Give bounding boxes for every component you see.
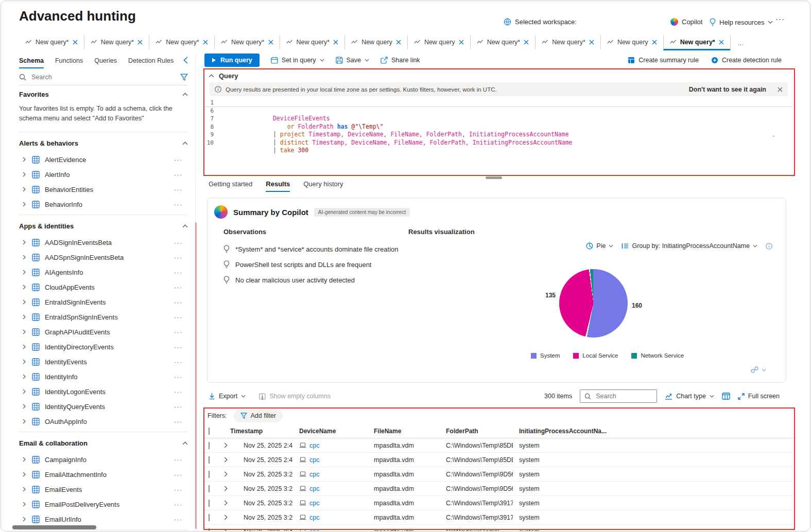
- chevron-right-icon[interactable]: [23, 270, 26, 275]
- schema-table-item[interactable]: AADSpnSignInEventsBeta ···: [19, 250, 188, 265]
- row-checkbox[interactable]: [209, 442, 210, 449]
- schema-table-item[interactable]: BehaviorInfo ···: [19, 197, 188, 212]
- cell-device-link[interactable]: cpc: [299, 514, 368, 521]
- more-actions-button[interactable]: ···: [174, 456, 188, 464]
- share-link-button[interactable]: Share link: [381, 57, 420, 64]
- query-tab[interactable]: New query*: [663, 35, 730, 50]
- table-row[interactable]: Nov 25, 2025 2:47:... cpc mpasdlta.vdm C…: [204, 438, 794, 453]
- table-row[interactable]: Nov 25, 2025 3:29:... cpc mpasdlta.vdm C…: [204, 496, 794, 510]
- more-actions-button[interactable]: ···: [174, 254, 188, 261]
- expand-row-icon[interactable]: [224, 515, 228, 520]
- cell-device-link[interactable]: cpc: [299, 485, 368, 492]
- sidebar-horizontal-scrollbar[interactable]: [12, 525, 96, 529]
- more-actions-button[interactable]: ···: [174, 298, 188, 306]
- column-settings-icon[interactable]: [722, 393, 730, 400]
- set-in-query-button[interactable]: Set in query: [271, 57, 324, 64]
- chevron-right-icon[interactable]: [23, 374, 26, 379]
- close-tab-icon[interactable]: [459, 40, 464, 45]
- row-checkbox[interactable]: [209, 485, 210, 492]
- schema-table-item[interactable]: CloudAppEvents ···: [19, 280, 188, 295]
- more-actions-button[interactable]: ···: [174, 358, 188, 366]
- show-empty-columns-button[interactable]: Show empty columns: [259, 393, 331, 400]
- more-actions-button[interactable]: ···: [174, 313, 188, 321]
- select-all-checkbox[interactable]: [209, 428, 210, 435]
- more-actions-button[interactable]: ···: [174, 201, 188, 208]
- more-actions-button[interactable]: ···: [174, 516, 188, 523]
- cell-device-link[interactable]: cpc: [299, 471, 368, 478]
- chevron-right-icon[interactable]: [23, 404, 26, 409]
- close-tab-icon[interactable]: [589, 40, 594, 45]
- chevron-right-icon[interactable]: [23, 202, 26, 207]
- more-actions-button[interactable]: ···: [174, 388, 188, 396]
- add-filter-button[interactable]: Add filter: [234, 410, 283, 422]
- save-button[interactable]: Save: [336, 57, 370, 64]
- schema-table-item[interactable]: BehaviorEntities ···: [19, 182, 188, 197]
- schema-table-item[interactable]: EmailEvents ···: [19, 482, 188, 497]
- schema-section-header[interactable]: Alerts & behaviors: [19, 135, 188, 152]
- copilot-button[interactable]: Copilot: [670, 18, 702, 26]
- schema-search[interactable]: [19, 69, 188, 85]
- close-tab-icon[interactable]: [524, 40, 529, 45]
- query-tab[interactable]: New query*: [84, 35, 149, 50]
- selected-workspace-button[interactable]: Selected workspace:: [504, 18, 577, 26]
- more-actions-button[interactable]: ···: [174, 486, 188, 493]
- more-actions-button[interactable]: ···: [174, 501, 188, 508]
- sidebar-tab[interactable]: Queries: [94, 54, 117, 68]
- column-header[interactable]: DeviceName: [293, 428, 368, 435]
- chevron-right-icon[interactable]: [23, 187, 26, 192]
- schema-table-item[interactable]: IdentityEvents ···: [19, 354, 188, 369]
- schema-table-item[interactable]: IdentityLogonEvents ···: [19, 384, 188, 399]
- sidebar-tab[interactable]: Detection Rules: [128, 54, 174, 68]
- expand-row-icon[interactable]: [224, 457, 228, 463]
- close-banner-icon[interactable]: [778, 87, 783, 92]
- query-tab[interactable]: New query: [344, 35, 407, 50]
- table-row[interactable]: Nov 25, 2025 2:47:... cpc mpavdlta.vdm C…: [204, 453, 794, 467]
- chevron-right-icon[interactable]: [23, 359, 26, 364]
- chevron-right-icon[interactable]: [23, 255, 26, 260]
- filter-icon[interactable]: [180, 74, 188, 81]
- more-actions-button[interactable]: ···: [174, 186, 188, 193]
- row-checkbox[interactable]: [209, 456, 210, 464]
- chevron-right-icon[interactable]: [23, 472, 26, 477]
- chevron-right-icon[interactable]: [23, 299, 26, 305]
- query-panel-header[interactable]: Query: [204, 69, 793, 82]
- chevron-right-icon[interactable]: [23, 517, 26, 522]
- results-search[interactable]: [580, 389, 657, 403]
- more-actions-button[interactable]: ···: [174, 418, 188, 425]
- chevron-right-icon[interactable]: [23, 240, 26, 245]
- chevron-right-icon[interactable]: [23, 172, 26, 177]
- more-actions-button[interactable]: ···: [174, 328, 188, 336]
- cell-device-link[interactable]: cpc: [299, 500, 368, 507]
- dismiss-banner-button[interactable]: Don't want to see it again: [689, 86, 766, 93]
- sidebar-tab[interactable]: Functions: [55, 54, 83, 68]
- column-header[interactable]: FolderPath: [440, 428, 513, 435]
- query-tab[interactable]: New query*: [19, 35, 84, 50]
- table-row[interactable]: Nov 25, 2025 3:21:... cpc mpasdlta.vdm C…: [204, 467, 794, 482]
- row-checkbox[interactable]: [209, 500, 210, 507]
- chart-type-select[interactable]: Pie: [586, 242, 613, 250]
- cell-device-link[interactable]: cpc: [299, 442, 368, 449]
- run-query-button[interactable]: Run query: [204, 54, 260, 67]
- chevron-right-icon[interactable]: [23, 157, 26, 162]
- tab-overflow-button[interactable]: ...: [730, 35, 751, 50]
- chevron-right-icon[interactable]: [23, 314, 26, 320]
- favorites-section-header[interactable]: Favorites: [19, 85, 188, 103]
- chevron-right-icon[interactable]: [23, 285, 26, 290]
- results-search-input[interactable]: [595, 392, 652, 400]
- schema-table-item[interactable]: AlertEvidence ···: [19, 152, 188, 167]
- schema-table-item[interactable]: EntraIdSignInEvents ···: [19, 295, 188, 310]
- schema-table-item[interactable]: EmailUrlInfo ···: [19, 512, 188, 527]
- expand-row-icon[interactable]: [224, 529, 228, 531]
- schema-table-item[interactable]: AIAgentsInfo ···: [19, 265, 188, 280]
- more-actions-button[interactable]: ···: [174, 239, 188, 246]
- column-header[interactable]: Timestamp: [224, 428, 293, 435]
- schema-table-item[interactable]: AADSignInEventsBeta ···: [19, 235, 188, 250]
- query-tab[interactable]: New query*: [470, 35, 536, 50]
- schema-table-item[interactable]: OAuthAppInfo ···: [19, 414, 188, 429]
- close-tab-icon[interactable]: [137, 40, 143, 45]
- row-checkbox[interactable]: [209, 528, 210, 531]
- chevron-right-icon[interactable]: [23, 344, 26, 349]
- close-tab-icon[interactable]: [396, 40, 401, 45]
- chart-type-button[interactable]: Chart type: [665, 393, 714, 400]
- group-by-select[interactable]: Group by: InitiatingProcessAccountName: [622, 242, 757, 250]
